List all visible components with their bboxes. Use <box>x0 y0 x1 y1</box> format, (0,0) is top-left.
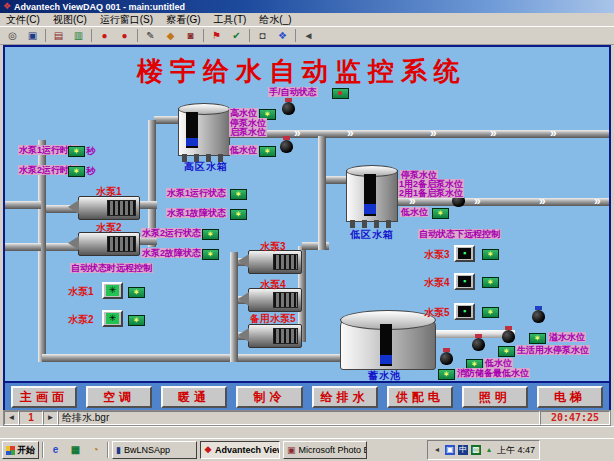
volume-icon[interactable]: ◂ <box>432 445 442 455</box>
toolbar-separator <box>295 29 296 42</box>
system-tray: ◂ ▣ 中 ▩ ▴ 上午 4:47 <box>427 440 540 460</box>
display-tray-icon[interactable]: ▣ <box>445 445 455 455</box>
pump4-label: 水泵4 <box>260 278 286 292</box>
toolbar-separator <box>45 29 46 42</box>
pump-2 <box>78 232 140 256</box>
task-photo-editor[interactable]: ▣ Microsoft Photo Editor <box>283 441 367 459</box>
valve-icon <box>280 140 293 153</box>
pump5-control-button[interactable]: ▪ <box>454 303 475 320</box>
trend-icon[interactable]: ▥ <box>69 28 88 44</box>
taskbar-separator <box>107 442 109 458</box>
network-tray-icon[interactable]: ▩ <box>471 445 481 455</box>
pump1-run-status-label: 水泵1运行状态 <box>166 188 227 198</box>
pump-5 <box>248 324 302 348</box>
flow-arrow-icon: » <box>430 129 436 138</box>
screen-title: 楼宇给水自动监控系统 <box>137 54 467 89</box>
tank-leg <box>362 220 367 228</box>
menu-run-window[interactable]: 运行窗口(S) <box>100 13 153 27</box>
photo-editor-icon: ▣ <box>287 446 296 455</box>
nav-elevator-button[interactable]: 电梯 <box>537 386 603 408</box>
key-lock-icon[interactable]: ◘ <box>253 28 272 44</box>
ime-icon[interactable]: 中 <box>458 445 468 455</box>
valve-icon <box>502 330 515 343</box>
toolbar-separator <box>249 29 250 42</box>
search-icon[interactable]: ◎ <box>3 28 22 44</box>
flow-arrow-icon: » <box>594 197 600 206</box>
check-green-icon[interactable]: ✔ <box>227 28 246 44</box>
pump5-control-lamp: ∗ <box>482 307 499 318</box>
updown-icon[interactable]: ▴ <box>484 445 494 455</box>
pump1-control-button[interactable]: ✳ <box>102 282 123 299</box>
nav-main-button[interactable]: 主画面 <box>11 386 77 408</box>
reservoir-label: 蓄水池 <box>368 369 401 383</box>
nav-power-button[interactable]: 供配电 <box>387 386 453 408</box>
pump-grill <box>107 200 136 216</box>
task-viewdaq[interactable]: ❖ Advantech ViewDAQ 001 : <box>200 441 280 459</box>
pipe <box>42 354 347 362</box>
menu-view[interactable]: 视图(C) <box>53 13 87 27</box>
start-level-label: 启泵水位 <box>229 127 267 137</box>
desktop-quicklaunch-icon[interactable]: ▦ <box>67 442 84 458</box>
pump2-fault-status-lamp: ∗ <box>202 249 219 260</box>
toolbar-separator <box>91 29 92 42</box>
flow-arrow-icon: » <box>539 197 545 206</box>
nav-strip: 主画面 空调 暖通 制冷 给排水 供配电 照明 电梯 <box>3 383 611 410</box>
alarm-ack-icon[interactable]: ● <box>115 28 134 44</box>
menu-goto[interactable]: 察看(G) <box>166 13 200 27</box>
task-bwlnsapp[interactable]: ▮ BwLNSApp <box>112 441 197 459</box>
nav-air-conditioning-button[interactable]: 空调 <box>86 386 152 408</box>
tray-clock: 上午 4:47 <box>497 444 535 457</box>
pump5-label: 备用水泵5 <box>250 312 296 326</box>
tank-leg <box>350 220 355 228</box>
nav-hvac-button[interactable]: 暖通 <box>161 386 227 408</box>
toolbar: ◎ ▣ ▤ ▥ ● ● ✎ ◆ ◙ ⚑ ✔ ◘ ❖ ◄ <box>0 27 614 45</box>
page-next-button[interactable]: ► <box>43 411 58 425</box>
nav-cooling-button[interactable]: 制冷 <box>236 386 302 408</box>
window-title: Advantech ViewDAQ 001 - main:untitled <box>14 2 185 12</box>
back-arrow-icon[interactable]: ◄ <box>299 28 318 44</box>
report-icon[interactable]: ▤ <box>49 28 68 44</box>
nav-lighting-button[interactable]: 照明 <box>462 386 528 408</box>
high-level-label: 高水位 <box>229 108 258 118</box>
app-icon: ❖ <box>3 2 11 11</box>
pen-icon[interactable]: ✎ <box>141 28 160 44</box>
menu-bar: 文件(C) 视图(C) 运行窗口(S) 察看(G) 工具(T) 给水(_) <box>0 13 614 27</box>
pump2-control-button[interactable]: ✳ <box>102 310 123 327</box>
ie-quicklaunch-icon[interactable]: e <box>47 442 64 458</box>
reservoir-low-level-label: 低水位 <box>484 358 513 368</box>
pump1-run-status-lamp: ∗ <box>230 189 247 200</box>
camera-icon[interactable]: ◙ <box>181 28 200 44</box>
pipe <box>230 252 238 362</box>
pump4-control-lamp: ∗ <box>482 277 499 288</box>
pipe <box>318 136 326 250</box>
pump3-control-button[interactable]: ▪ <box>454 245 475 262</box>
flag-red-icon[interactable]: ⚑ <box>207 28 226 44</box>
menu-file[interactable]: 文件(C) <box>6 13 40 27</box>
monitor-icon[interactable]: ▣ <box>23 28 42 44</box>
start-button[interactable]: 开始 <box>2 441 39 459</box>
alarm-icon[interactable]: ● <box>95 28 114 44</box>
pipe <box>5 201 41 209</box>
flow-arrow-icon: » <box>294 129 300 138</box>
hmi-clock: 20:47:25 <box>540 411 610 425</box>
menu-water[interactable]: 给水(_) <box>259 13 291 27</box>
pump2-fault-status-label: 水泵2故障状态 <box>141 248 202 258</box>
pump1-fault-status-lamp: ∗ <box>230 209 247 220</box>
channels-quicklaunch-icon[interactable]: ◔ <box>87 442 104 458</box>
pump4-control-button[interactable]: ▪ <box>454 273 475 290</box>
domestic-stop-level-label: 生活用水停泵水位 <box>516 345 590 355</box>
remote-right-title: 自动状态下远程控制 <box>418 229 501 239</box>
pump2-control-lamp: ∗ <box>128 315 145 326</box>
overflow-level-label: 溢水水位 <box>548 332 586 342</box>
page-prev-button[interactable]: ◄ <box>4 411 19 425</box>
lock-icon[interactable]: ◆ <box>161 28 180 44</box>
flow-arrow-icon: » <box>409 197 415 206</box>
flow-arrow-icon: » <box>490 129 496 138</box>
nav-water-supply-button[interactable]: 给排水 <box>312 386 378 408</box>
menu-tools[interactable]: 工具(T) <box>214 13 247 27</box>
pump2-label: 水泵2 <box>96 221 122 235</box>
title-bar[interactable]: ❖ Advantech ViewDAQ 001 - main:untitled <box>0 0 614 13</box>
flow-arrow-icon: » <box>550 129 556 138</box>
pipe <box>5 243 41 251</box>
windows-icon[interactable]: ❖ <box>273 28 292 44</box>
